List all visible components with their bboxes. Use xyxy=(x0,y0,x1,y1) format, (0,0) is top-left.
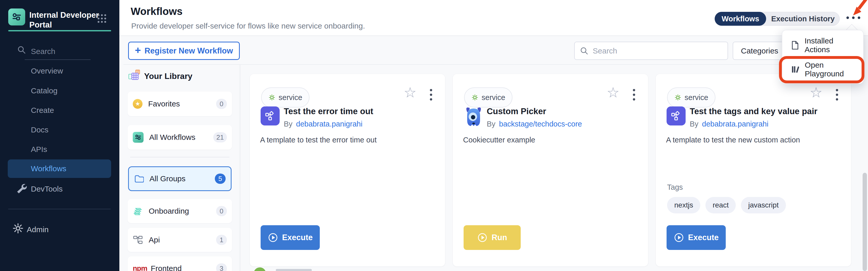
api-count-badge: 1 xyxy=(216,235,227,245)
monster-icon xyxy=(463,104,484,128)
library-divider xyxy=(130,157,229,157)
favorite-star-icon[interactable]: ☆ xyxy=(404,86,416,100)
next-section-peek-icon xyxy=(254,267,266,271)
group-item-api[interactable]: Api 1 xyxy=(128,228,232,252)
favorites-count-badge: 0 xyxy=(216,99,227,109)
execute-button[interactable]: Execute xyxy=(666,225,726,250)
card-description: Cookiecutter example xyxy=(463,136,638,144)
group-item-all-groups[interactable]: All Groups 5 xyxy=(128,166,231,191)
wrench-icon xyxy=(16,181,27,194)
api-label: Api xyxy=(149,236,160,244)
card-description: A template to test the new custom action xyxy=(666,136,841,144)
author-link[interactable]: debabrata.panigrahi xyxy=(702,120,769,128)
sidebar-item-overview[interactable]: Overview xyxy=(31,67,63,75)
installed-actions-label: Installed Actions xyxy=(804,36,855,54)
tags-row: nextjs react javascript xyxy=(667,197,786,213)
all-workflows-count-badge: 21 xyxy=(213,132,227,142)
card-author-row: By backstage/techdocs-core xyxy=(487,120,582,128)
card-more-menu-button[interactable] xyxy=(633,89,635,101)
annotation-highlight-ring xyxy=(779,56,864,83)
kind-chip: service xyxy=(667,88,715,107)
search-icon xyxy=(580,46,589,55)
page-subtitle: Provide developer self-service for flows… xyxy=(131,22,365,30)
favorite-star-icon[interactable]: ☆ xyxy=(607,86,619,100)
all-groups-count-badge: 5 xyxy=(215,174,226,184)
vertical-scrollbar[interactable] xyxy=(863,173,867,271)
toolbar-divider xyxy=(123,64,864,65)
author-link[interactable]: debabrata.panigrahi xyxy=(296,120,363,128)
npm-icon: npm xyxy=(133,264,149,271)
library-item-all-workflows[interactable]: All Workflows 21 xyxy=(128,125,232,150)
author-link[interactable]: backstage/techdocs-core xyxy=(499,120,582,128)
onboarding-label: Onboarding xyxy=(149,207,189,215)
workflow-card: service ☆ Test the error time out By deb… xyxy=(250,74,445,266)
execute-label: Execute xyxy=(282,233,313,242)
card-more-menu-button[interactable] xyxy=(836,89,838,101)
register-new-workflow-button[interactable]: + Register New Workflow xyxy=(128,42,240,60)
card-author-row: By debabrata.panigrahi xyxy=(690,120,769,128)
workflow-logo-icon xyxy=(11,12,22,22)
tab-workflows[interactable]: Workflows xyxy=(715,12,766,26)
sidebar-item-create[interactable]: Create xyxy=(31,106,54,115)
annotation-arrow xyxy=(848,0,868,20)
app-logo xyxy=(8,8,25,26)
tag-chip: javascript xyxy=(741,197,786,213)
sitemap-icon xyxy=(133,235,143,245)
group-item-frontend[interactable]: npm Frontend 3 xyxy=(128,256,232,271)
tag-chip: nextjs xyxy=(667,197,700,213)
chip-label: service xyxy=(685,93,708,102)
card-title: Custom Picker xyxy=(487,106,546,116)
tag-chip: react xyxy=(705,197,736,213)
frontend-count-badge: 3 xyxy=(216,263,227,271)
tab-execution-history[interactable]: Execution History xyxy=(766,12,840,26)
sidebar-item-devtools[interactable]: DevTools xyxy=(31,184,63,193)
page-title: Workflows xyxy=(131,6,183,17)
card-description: A template to test the error time out xyxy=(260,136,435,144)
workflow-search xyxy=(574,42,728,60)
workflow-card: service ☆ Custom Picker By backstage/tec… xyxy=(453,74,648,266)
play-icon xyxy=(268,232,278,243)
sidebar-item-workflows-label: Workflows xyxy=(31,164,66,173)
service-gear-icon xyxy=(268,94,276,101)
tags-label: Tags xyxy=(667,183,683,192)
library-item-favorites[interactable]: ★ Favorites 0 xyxy=(128,92,232,116)
sidebar-item-admin[interactable]: Admin xyxy=(27,225,49,234)
document-icon xyxy=(791,40,799,50)
search-input[interactable] xyxy=(592,46,717,56)
workflow-card: service ☆ Test the tags and key value pa… xyxy=(656,74,851,266)
by-label: By xyxy=(284,120,292,128)
onboarding-count-badge: 0 xyxy=(216,206,227,216)
sidebar-item-docs[interactable]: Docs xyxy=(31,126,49,134)
apps-grid-icon[interactable] xyxy=(97,13,107,25)
favorite-star-icon[interactable]: ☆ xyxy=(810,86,823,100)
layers-icon xyxy=(133,206,143,216)
template-icon xyxy=(666,106,686,126)
run-button[interactable]: Run xyxy=(464,225,521,250)
sidebar-search-underline xyxy=(25,59,91,60)
register-label: Register New Workflow xyxy=(145,46,233,56)
menu-item-installed-actions[interactable]: Installed Actions xyxy=(782,33,863,57)
card-title: Test the error time out xyxy=(284,106,373,116)
group-item-onboarding[interactable]: Onboarding 0 xyxy=(128,199,232,223)
sidebar-item-apis[interactable]: APIs xyxy=(31,145,47,154)
sidebar-item-catalog[interactable]: Catalog xyxy=(31,87,57,95)
execute-button[interactable]: Execute xyxy=(260,225,320,250)
service-gear-icon xyxy=(471,94,478,101)
plus-icon: + xyxy=(135,44,141,56)
card-author-row: By debabrata.panigrahi xyxy=(284,120,363,128)
card-more-menu-button[interactable] xyxy=(430,89,432,101)
gear-icon xyxy=(12,223,24,235)
chip-label: service xyxy=(279,93,302,102)
column-divider xyxy=(240,65,240,271)
sidebar-search[interactable]: Search xyxy=(31,47,55,56)
card-title: Test the tags and key value pair xyxy=(690,106,817,116)
all-workflows-label: All Workflows xyxy=(149,133,195,142)
run-label: Run xyxy=(492,233,507,242)
sidebar-accent-divider xyxy=(8,30,111,31)
play-icon xyxy=(674,232,684,243)
star-circle-icon: ★ xyxy=(133,99,143,109)
template-icon xyxy=(260,106,280,126)
sidebar-divider xyxy=(8,209,111,209)
play-icon xyxy=(477,232,488,243)
library-title: Your Library xyxy=(144,71,192,81)
